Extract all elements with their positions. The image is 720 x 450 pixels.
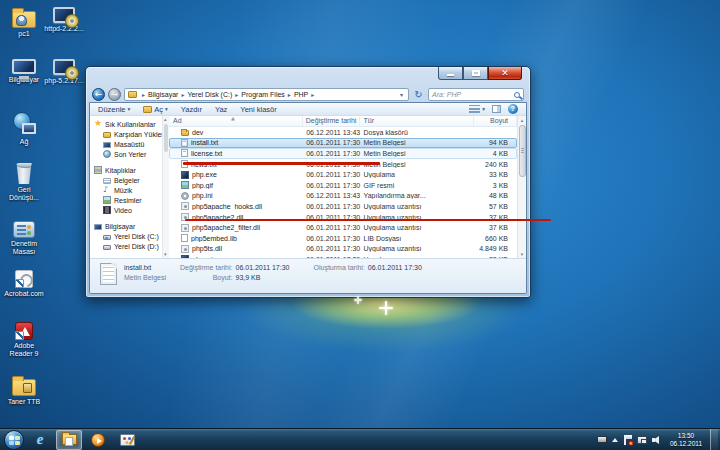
breadcrumb[interactable]: ▸Bilgisayar▸Yerel Disk (C:)▸Program File… [124, 88, 409, 101]
desktop-icon-denetim-masas[interactable]: Denetim Masası [2, 218, 46, 256]
show-hidden-icons-button[interactable] [612, 438, 618, 442]
desktop-icon-acrobat-com[interactable]: Acrobat.com [2, 268, 46, 298]
file-date: 06.12.2011 13:43 [303, 129, 360, 136]
toolbar-button-yaz[interactable]: Yaz [215, 105, 227, 114]
sidebar-item-resimler[interactable]: Resimler [94, 195, 162, 205]
taskbar-button-paint[interactable] [114, 430, 140, 450]
desktop-icon-pc1[interactable]: pc1 [2, 6, 46, 38]
toolbar-button-yeni-klas-r[interactable]: Yeni klasör [240, 105, 276, 114]
device-tray-icon[interactable] [597, 436, 607, 443]
downloads-folder-icon [103, 132, 111, 138]
file-list-scrollbar[interactable]: ▴ ▾ [517, 116, 526, 258]
file-name: php5ts.dll [192, 245, 222, 252]
file-row-license-txt[interactable]: license.txt 06.01.2011 17:30 Metin Belge… [169, 148, 517, 159]
sidebar-item-m-zik[interactable]: Müzik [94, 185, 162, 195]
views-button[interactable]: ▾ [469, 105, 485, 113]
created-value: 06.01.2011 17:30 [368, 264, 422, 271]
file-row-php5ts-dll[interactable]: php5ts.dll 06.01.2011 17:30 Uygulama uza… [169, 244, 517, 255]
sidebar-item-masa-st-[interactable]: Masaüstü [94, 139, 162, 149]
help-button[interactable]: ? [508, 104, 518, 114]
breadcrumb-segment[interactable]: PHP [294, 91, 308, 98]
desktop-icon-label: Ağ [2, 138, 46, 146]
toolbar-button-a-[interactable]: Aç▾ [143, 105, 168, 114]
file-icon [181, 255, 189, 258]
file-type: Yapılandırma ayar... [361, 192, 474, 199]
sidebar-group-kitapl-klar[interactable]: Kitaplıklar [94, 165, 162, 175]
toolbar-button-d-zenle[interactable]: Düzenle▾ [98, 105, 130, 114]
file-row-php-win-exe[interactable]: php-win.exe 06.01.2011 17:30 Uygulama 33… [169, 254, 517, 258]
column-header-name[interactable]: Ad [169, 116, 303, 126]
sidebar-item-belgeler[interactable]: Belgeler [94, 175, 162, 185]
star-icon [94, 120, 102, 128]
column-header-type[interactable]: Tür [360, 116, 473, 126]
breadcrumb-dropdown-icon[interactable]: ▾ [398, 91, 405, 98]
file-row-install-txt[interactable]: install.txt 06.01.2011 17:30 Metin Belge… [169, 138, 517, 149]
maximize-button[interactable] [463, 67, 488, 80]
acrobat-icon [15, 270, 33, 288]
file-row-php5apache2-filter-dll[interactable]: php5apache2_filter.dll 06.01.2011 17:30 … [169, 222, 517, 233]
sidebar-item-yerel-disk-d-[interactable]: Yerel Disk (D:) [94, 241, 162, 251]
file-type: GIF resmi [361, 182, 474, 189]
back-button[interactable]: ← [92, 88, 105, 101]
file-date: 06.01.2011 17:30 [303, 245, 360, 252]
column-header-date[interactable]: Değiştirme tarihi [303, 116, 361, 126]
minimize-button[interactable] [438, 67, 463, 80]
file-date: 06.01.2011 17:30 [303, 256, 360, 258]
desktop-icon-geri-d-n[interactable]: Geri Dönüşü... [2, 162, 46, 202]
sidebar-item-son-yerler[interactable]: Son Yerler [94, 149, 162, 159]
search-input[interactable]: Ara: PHP [428, 88, 524, 101]
recycle-icon [16, 163, 33, 184]
sidebar-group-s-k-kullan-lanlar[interactable]: Sık Kullanılanlar [94, 119, 162, 129]
file-row-php-ini[interactable]: php.ini 06.12.2011 13:43 Yapılandırma ay… [169, 191, 517, 202]
file-row-php-gif[interactable]: php.gif 06.01.2011 17:30 GIF resmi 3 KB [169, 180, 517, 191]
volume-tray-icon[interactable] [652, 435, 662, 444]
title-bar[interactable]: ✕ [86, 67, 530, 87]
file-name: dev [192, 129, 203, 136]
file-name: install.txt [191, 139, 218, 146]
action-center-icon[interactable]: ✕ [623, 435, 632, 445]
sidebar-scrollbar[interactable]: ▴ ▾ [162, 116, 169, 258]
network-tray-icon[interactable] [637, 435, 647, 444]
sidebar-group-bilgisayar[interactable]: Bilgisayar [94, 221, 162, 231]
sidebar-item-kar-dan-y-klem[interactable]: Karşıdan Yüklem [94, 129, 162, 139]
drive-icon [103, 245, 111, 250]
desktop-icon-taner-ttb[interactable]: Taner TTB [2, 374, 46, 406]
alert-badge: ✕ [628, 440, 634, 446]
column-header-size[interactable]: Boyut [474, 116, 517, 126]
close-button[interactable]: ✕ [488, 67, 522, 80]
taskbar-button-windows-explorer[interactable] [56, 430, 82, 450]
start-button[interactable] [4, 430, 24, 450]
desktop-icon-adobe-reader-9[interactable]: Adobe Reader 9 [2, 320, 46, 358]
desktop-icon-httpd-2-2-2[interactable]: httpd-2.2.2... [42, 4, 86, 33]
taskbar-button-media-player[interactable] [85, 430, 111, 450]
forward-button[interactable]: → [108, 88, 121, 101]
sidebar-item-yerel-disk-c-[interactable]: Yerel Disk (C:) [94, 231, 162, 241]
file-row-php-exe[interactable]: php.exe 06.01.2011 17:30 Uygulama 33 KB [169, 169, 517, 180]
recent-icon [103, 150, 111, 158]
system-tray: ✕ 13:50 06.12.2011 [597, 429, 720, 450]
adobe-icon [15, 322, 33, 340]
breadcrumb-segment[interactable]: Program Files [241, 91, 285, 98]
file-row-dev[interactable]: dev 06.12.2011 13:43 Dosya klasörü [169, 127, 517, 138]
preview-pane-button[interactable] [492, 105, 501, 113]
desktop-icon-a[interactable]: Ağ [2, 110, 46, 146]
file-row-php5embed-lib[interactable]: php5embed.lib 06.01.2011 17:30 LIB Dosya… [169, 233, 517, 244]
file-name: license.txt [191, 150, 222, 157]
show-desktop-button[interactable] [710, 429, 718, 450]
desktop-icon-bilgisayar[interactable]: Bilgisayar [2, 56, 46, 84]
taskbar-clock[interactable]: 13:50 06.12.2011 [667, 432, 705, 448]
file-row-php5apache-hooks-dll[interactable]: php5apache_hooks.dll 06.01.2011 17:30 Uy… [169, 201, 517, 212]
file-type: Uygulama uzantısı [361, 224, 474, 231]
scroll-down-icon: ▾ [164, 252, 167, 257]
scrollbar-thumb[interactable] [519, 125, 526, 177]
taskbar-button-internet-explorer[interactable]: e [27, 430, 53, 450]
sidebar-item-video[interactable]: Video [94, 205, 162, 215]
file-type: Dosya klasörü [361, 129, 474, 136]
file-size: 37 KB [473, 224, 516, 231]
refresh-button[interactable]: ↻ [412, 88, 425, 101]
installer-icon [53, 7, 75, 23]
breadcrumb-segment[interactable]: Bilgisayar [148, 91, 178, 98]
toolbar-button-yazd-r[interactable]: Yazdır [181, 105, 202, 114]
desktop-icon-php-5-2-17[interactable]: php-5.2.17... [42, 56, 86, 85]
breadcrumb-segment[interactable]: Yerel Disk (C:) [187, 91, 232, 98]
